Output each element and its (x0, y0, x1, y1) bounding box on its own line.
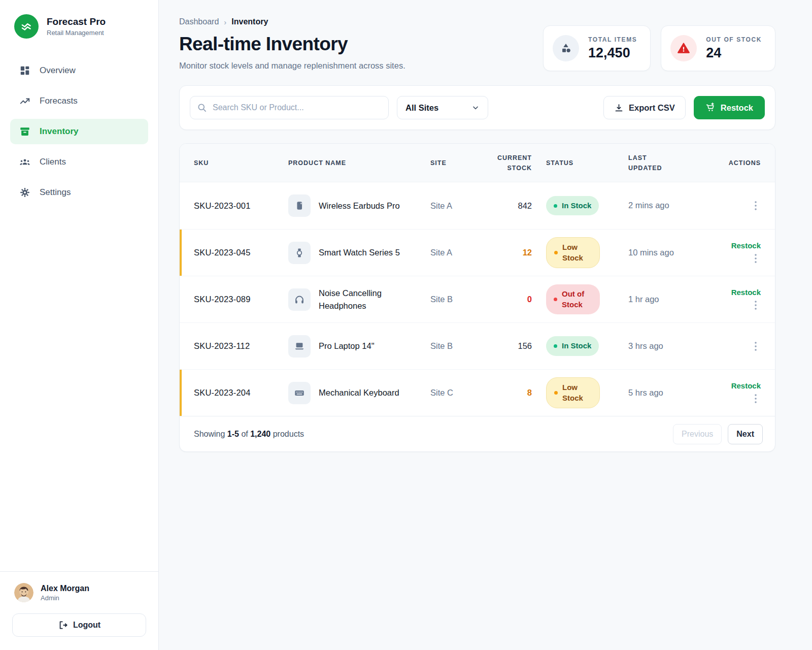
sidebar-item-forecasts[interactable]: Forecasts (10, 88, 148, 114)
sidebar: Forecast Pro Retail Management Overview … (0, 0, 159, 650)
sidebar-item-clients[interactable]: Clients (10, 149, 148, 175)
product-icon (288, 194, 311, 217)
sidebar-item-label: Settings (40, 187, 71, 198)
laptop-icon (294, 341, 305, 352)
status-cell: Low Stock (546, 377, 628, 408)
site-filter-select[interactable]: All Sites (397, 96, 488, 119)
last-updated-cell: 3 hrs ago (628, 340, 677, 353)
sku-cell: SKU-2023-204 (194, 388, 288, 398)
main-content: Dashboard › Inventory Real-time Inventor… (159, 0, 812, 650)
stock-cell: 156 (479, 341, 532, 351)
restock-button[interactable]: Restock (694, 96, 765, 119)
dots-vertical-icon (755, 254, 757, 263)
stat-cards: TOTAL ITEMS 12,450 OUT OF STOCK 24 (543, 25, 775, 71)
site-cell: Site B (430, 339, 456, 353)
next-button[interactable]: Next (728, 424, 763, 444)
brand-logo-icon (14, 14, 39, 39)
user-role: Admin (41, 594, 89, 602)
column-header-status: Status (546, 158, 628, 168)
sku-cell: SKU-2023-001 (194, 201, 288, 211)
row-menu-button[interactable] (751, 200, 761, 211)
last-updated-cell: 5 hrs ago (628, 386, 677, 400)
stat-value: 12,450 (588, 45, 637, 61)
column-header-updated: Last Updated (628, 153, 675, 173)
stock-cell: 8 (479, 388, 532, 398)
sidebar-item-label: Inventory (40, 126, 79, 137)
actions-cell: Restock (713, 381, 761, 404)
product-icon (288, 242, 311, 264)
breadcrumb-inventory: Inventory (231, 17, 268, 26)
column-header-product: Product Name (288, 158, 430, 168)
avatar (14, 583, 33, 602)
row-menu-button[interactable] (751, 393, 761, 404)
row-restock-link[interactable]: Restock (731, 288, 761, 297)
dashboard-grid-icon (19, 65, 30, 76)
sidebar-item-label: Overview (40, 66, 76, 76)
logout-button[interactable]: Logout (12, 613, 146, 637)
row-restock-link[interactable]: Restock (731, 241, 761, 250)
breadcrumb-dashboard[interactable]: Dashboard (179, 17, 219, 26)
user-name: Alex Morgan (41, 584, 89, 593)
pagination: Showing 1-5 of 1,240 products Previous N… (180, 416, 775, 451)
product-icon (288, 335, 311, 358)
table-header-row: SKU Product Name Site Current Stock Stat… (180, 144, 775, 182)
column-header-sku: SKU (194, 158, 288, 168)
export-csv-button[interactable]: Export CSV (603, 96, 686, 119)
sidebar-item-inventory[interactable]: Inventory (10, 119, 148, 144)
product-cell: Wireless Earbuds Pro (288, 194, 430, 217)
actions-cell: Restock (713, 241, 761, 264)
headphones-icon (294, 294, 305, 305)
people-icon (19, 156, 30, 168)
smart-watch-icon (294, 247, 305, 258)
product-name: Mechanical Keyboard (319, 386, 399, 399)
row-restock-link[interactable]: Restock (731, 381, 761, 390)
archive-box-icon (19, 126, 30, 137)
logout-icon (58, 620, 68, 630)
row-menu-button[interactable] (751, 341, 761, 352)
cart-plus-icon (705, 103, 716, 113)
site-filter-value: All Sites (405, 103, 438, 113)
sidebar-item-settings[interactable]: Settings (10, 180, 148, 205)
dots-vertical-icon (755, 342, 757, 351)
search-box (190, 96, 389, 119)
actions-cell (713, 341, 761, 352)
actions-cell: Restock (713, 288, 761, 311)
app-root: Forecast Pro Retail Management Overview … (0, 0, 812, 650)
row-menu-button[interactable] (751, 253, 761, 264)
breadcrumb: Dashboard › Inventory (179, 17, 405, 26)
pagination-total: 1,240 (250, 430, 270, 438)
stock-cell: 842 (479, 201, 532, 211)
product-icon (288, 382, 311, 404)
logout-label: Logout (73, 621, 100, 630)
chevron-right-icon: › (224, 18, 226, 26)
earbuds-case-icon (294, 200, 305, 211)
product-cell: Mechanical Keyboard (288, 382, 430, 404)
sku-cell: SKU-2023-089 (194, 295, 288, 304)
status-dot-icon (554, 391, 558, 395)
inventory-table: SKU Product Name Site Current Stock Stat… (179, 143, 775, 452)
product-name: Wireless Earbuds Pro (319, 200, 400, 212)
last-updated-cell: 1 hr ago (628, 293, 677, 306)
sku-cell: SKU-2023-045 (194, 248, 288, 257)
gear-icon (19, 187, 30, 198)
search-icon (197, 103, 207, 113)
status-dot-icon (554, 344, 557, 348)
brand: Forecast Pro Retail Management (0, 0, 158, 54)
stock-cell: 12 (479, 248, 532, 257)
column-header-site: Site (430, 158, 479, 168)
sidebar-item-label: Clients (40, 157, 66, 167)
status-cell: Low Stock (546, 237, 628, 268)
previous-button[interactable]: Previous (673, 424, 722, 444)
product-name: Pro Laptop 14" (319, 340, 375, 352)
status-badge: Out of Stock (546, 284, 600, 314)
search-input[interactable] (190, 96, 389, 119)
stat-card-out-of-stock: OUT OF STOCK 24 (661, 25, 775, 71)
sidebar-footer: Alex Morgan Admin Logout (0, 571, 158, 650)
app-name: Forecast Pro (47, 16, 106, 27)
pagination-range: 1-5 (227, 430, 239, 438)
status-cell: In Stock (546, 196, 628, 215)
sidebar-item-overview[interactable]: Overview (10, 58, 148, 83)
row-menu-button[interactable] (751, 300, 761, 311)
table-row: SKU-2023-204 Mechanical Keyboard Site C … (180, 369, 775, 416)
status-badge: In Stock (546, 336, 599, 355)
